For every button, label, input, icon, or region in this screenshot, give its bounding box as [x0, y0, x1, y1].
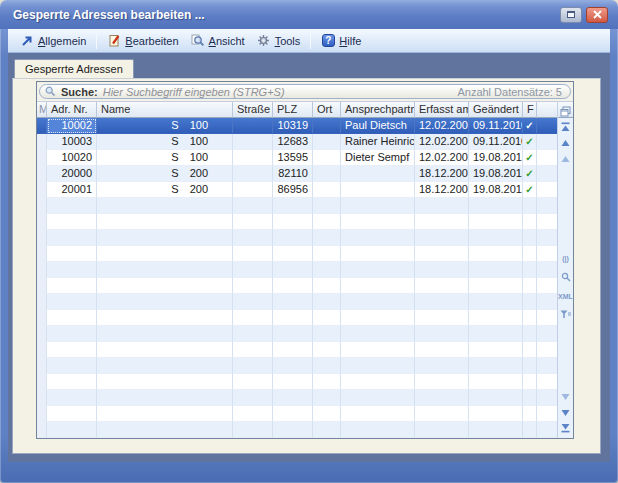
- table-row[interactable]: 20000S2008211018.12.200619.08.2010✓: [37, 166, 557, 182]
- cell-f: [523, 246, 537, 262]
- name-flag: S: [171, 119, 178, 133]
- table-row[interactable]: 10020S10013595Dieter Sempf12.02.200719.0…: [37, 150, 557, 166]
- cell-ansprechpartner: [341, 422, 415, 438]
- menu-item-tools[interactable]: Tools: [251, 32, 307, 49]
- cell-filler: [537, 214, 557, 230]
- close-button[interactable]: [586, 7, 608, 23]
- cell-filler: [537, 230, 557, 246]
- cell-ort: [313, 214, 341, 230]
- cell-name: S200: [97, 182, 233, 198]
- table-row[interactable]: 20001S2008695618.12.200619.08.2010✓: [37, 182, 557, 198]
- cell-adr-nr: 10003: [47, 134, 97, 150]
- scroll-up-button[interactable]: [558, 136, 573, 150]
- cell-erfasst-am: [415, 246, 469, 262]
- find-panel: Suche: Hier Suchbegriff eingeben (STRG+S…: [37, 82, 573, 102]
- cell-filler: [537, 406, 557, 422]
- cell-m: [37, 150, 47, 166]
- cell-geaendert-am: [469, 326, 523, 342]
- cell-erfasst-am: [415, 342, 469, 358]
- column-header-adr[interactable]: Adr. Nr.: [47, 102, 97, 118]
- column-header-ansprechpartner[interactable]: Ansprechpartner: [341, 102, 415, 118]
- fixed-rows-button[interactable]: (|): [558, 251, 573, 265]
- cell-ansprechpartner: [341, 406, 415, 422]
- column-header-m[interactable]: M: [37, 102, 47, 118]
- cell-ort: [313, 262, 341, 278]
- cell-name: S100: [97, 118, 233, 134]
- cell-ort: [313, 230, 341, 246]
- cell-name: [97, 342, 233, 358]
- cell-m: [37, 358, 47, 374]
- cell-erfasst-am: 18.12.2006: [415, 182, 469, 198]
- tab-gesperrte-adressen[interactable]: Gesperrte Adressen: [14, 59, 134, 78]
- cell-filler: [537, 326, 557, 342]
- tab-panel: Suche: Hier Suchbegriff eingeben (STRG+S…: [12, 78, 601, 454]
- menu-separator: [310, 33, 311, 49]
- cell-erfasst-am: [415, 278, 469, 294]
- cell-erfasst-am: [415, 214, 469, 230]
- cell-adr-nr: [47, 406, 97, 422]
- cell-strasse: [233, 134, 273, 150]
- arrow-up-right-icon: [20, 34, 34, 47]
- grid-header-row: MAdr. Nr.NameStraßePLZOrtAnsprechpartner…: [37, 102, 557, 118]
- cell-filler: [537, 134, 557, 150]
- titlebar[interactable]: Gesperrte Adressen bearbeiten ...: [0, 0, 618, 29]
- table-row-empty: [37, 294, 557, 310]
- cell-geaendert-am: [469, 390, 523, 406]
- search-button[interactable]: [558, 270, 573, 284]
- table-row-empty: [37, 342, 557, 358]
- column-header-erfasst[interactable]: Erfasst am: [415, 102, 469, 118]
- column-header-ort[interactable]: Ort: [313, 102, 341, 118]
- cell-adr-nr: [47, 310, 97, 326]
- scroll-down-alt-button[interactable]: [558, 390, 573, 404]
- menu-item-allgemein[interactable]: Allgemein: [14, 32, 92, 49]
- cell-plz: [273, 374, 313, 390]
- table-row[interactable]: 10002S10010319Paul Dietsch12.02.200709.1…: [37, 118, 557, 134]
- scroll-bottom-button[interactable]: [558, 421, 573, 435]
- cell-plz: [273, 422, 313, 438]
- cell-ansprechpartner: Rainer Heinrich: [341, 134, 415, 150]
- cell-adr-nr: [47, 342, 97, 358]
- column-header-strasse[interactable]: Straße: [233, 102, 273, 118]
- scroll-down-button[interactable]: [558, 406, 573, 420]
- cell-geaendert-am: [469, 358, 523, 374]
- maximize-button[interactable]: [560, 7, 582, 23]
- cell-plz: [273, 326, 313, 342]
- cell-ansprechpartner: [341, 230, 415, 246]
- cell-m: [37, 342, 47, 358]
- menu-item-hilfe[interactable]: ?Hilfe: [315, 32, 367, 49]
- cell-ort: [313, 134, 341, 150]
- search-input[interactable]: Suche: Hier Suchbegriff eingeben (STRG+S…: [39, 84, 571, 99]
- menu-item-label: Hilfe: [339, 35, 361, 47]
- cell-plz: 12683: [273, 134, 313, 150]
- cell-ort: [313, 374, 341, 390]
- cell-m: [37, 374, 47, 390]
- column-header-f[interactable]: F: [523, 102, 537, 118]
- cell-f: ✓: [523, 182, 537, 198]
- cell-strasse: [233, 118, 273, 134]
- cell-ort: [313, 278, 341, 294]
- table-row[interactable]: 10003S10012683Rainer Heinrich12.02.20070…: [37, 134, 557, 150]
- cell-strasse: [233, 214, 273, 230]
- scroll-top-button[interactable]: [558, 120, 573, 134]
- menu-item-bearbeiten[interactable]: Bearbeiten: [101, 32, 184, 49]
- cell-erfasst-am: 18.12.2006: [415, 166, 469, 182]
- filter-button[interactable]: [558, 307, 573, 321]
- table-row-empty: [37, 230, 557, 246]
- cell-geaendert-am: [469, 278, 523, 294]
- menu-item-ansicht[interactable]: Ansicht: [185, 32, 251, 49]
- table-row-empty: [37, 310, 557, 326]
- table-row-empty: [37, 198, 557, 214]
- search-icon: [45, 86, 56, 97]
- xml-export-button[interactable]: XML: [558, 289, 573, 303]
- cell-name: [97, 262, 233, 278]
- cell-m: [37, 246, 47, 262]
- cell-adr-nr: [47, 358, 97, 374]
- cell-ort: [313, 358, 341, 374]
- column-header-plz[interactable]: PLZ: [273, 102, 313, 118]
- cell-erfasst-am: 12.02.2007: [415, 134, 469, 150]
- table-row-empty: [37, 326, 557, 342]
- scroll-up-alt-button[interactable]: [558, 152, 573, 166]
- column-chooser-icon[interactable]: [558, 104, 573, 118]
- column-header-name[interactable]: Name: [97, 102, 233, 118]
- column-header-geaendert[interactable]: Geändert am: [469, 102, 523, 118]
